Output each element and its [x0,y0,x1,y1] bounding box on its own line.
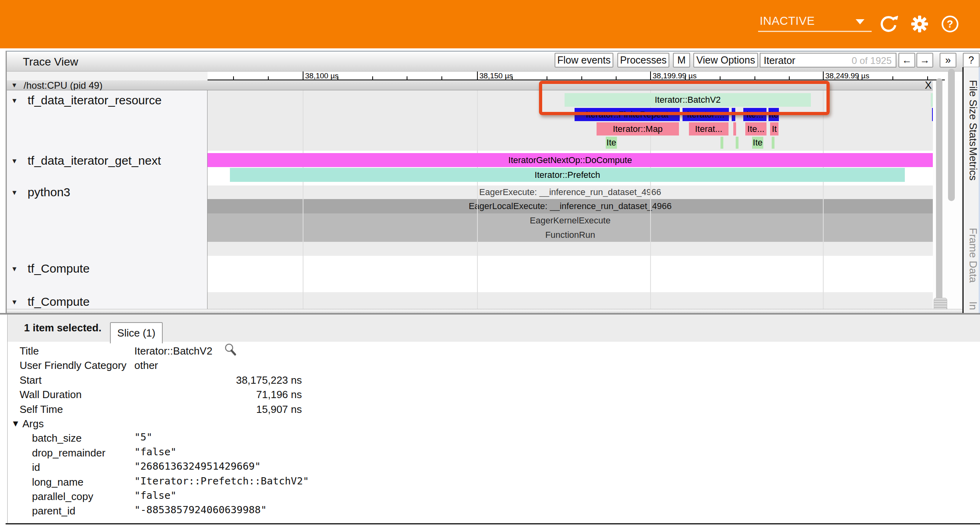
detail-row-wall-duration: Wall Duration71,196 ns [8,387,407,402]
collapse-triangle-icon: ▾ [12,80,16,90]
close-process-button[interactable]: X [925,79,932,92]
selection-status: 1 item selected. [24,322,102,334]
arg-value: "false" [134,446,176,458]
annotation-highlight-box [539,81,830,115]
ruler-minor-tick [547,76,547,80]
trace-slice[interactable] [736,137,738,149]
toolbar-button-view-options[interactable]: View Options [693,53,758,68]
arg-value: "false" [134,490,176,501]
help-icon[interactable]: ? [940,14,960,34]
toolbar-button-flow-events[interactable]: Flow events [555,53,613,68]
track-label-tf-data-iterator-resource[interactable]: ▾tf_data_iterator_resource [7,94,207,109]
track-label-tf-compute[interactable]: ▾tf_Compute [7,262,207,277]
timeline-pane: EagerExecute: __inference_run_dataset_49… [208,90,933,309]
track-label-text: tf_Compute [28,262,90,275]
detail-label: User Friendly Category [20,359,126,372]
ruler-major-tick [303,72,303,80]
ruler-minor-tick [616,76,617,80]
trace-slice[interactable] [733,122,736,135]
slice-band-eagerlocalexecute[interactable]: EagerLocalExecute: __inference_run_datas… [208,199,933,213]
args-toggle[interactable]: ▼ Args [8,416,168,431]
ruler-tick-label: 38,249.99 µs [825,72,869,80]
run-selector-value: INACTIVE [760,14,815,28]
refresh-icon[interactable] [879,14,898,34]
ruler-minor-tick [372,76,373,80]
trace-slice-iteratorgetnextop-docompute[interactable]: IteratorGetNextOp::DoCompute [208,153,933,167]
trace-slice-iterator-map[interactable]: Iterator::Map [597,122,679,135]
track-label-text: tf_data_iterator_resource [28,94,162,107]
panel-title: Trace View [23,56,78,68]
horizontal-scroll-strip[interactable] [7,309,962,313]
detail-value: 15,907 ns [134,403,302,416]
search-result-count: 0 of 1925 [852,55,892,66]
expand-button[interactable]: » [940,53,956,68]
tab-slice[interactable]: Slice (1) [110,322,163,343]
trace-slice-ite[interactable]: Ite [752,137,763,149]
shortcuts-help-button[interactable]: ? [963,53,980,68]
ruler-minor-tick [407,76,407,80]
track-label-text: tf_Compute [28,295,90,309]
detail-row-self-time: Self Time15,907 ns [8,402,407,416]
arg-key: parent_id [32,505,75,517]
arg-row-id: id"2686136324951429669" [8,460,407,474]
trace-slice[interactable] [721,137,723,149]
topbar: INACTIVE [0,0,980,48]
search-input-value: Iterator [764,55,795,66]
slice-band-eagerexecute[interactable]: EagerExecute: __inference_run_dataset_49… [208,185,933,199]
track-label-tf-compute[interactable]: ▾tf_Compute [7,295,207,310]
collapse-triangle-icon: ▾ [12,96,16,105]
trace-slice-it[interactable]: It [770,122,778,135]
track-label-tf-data-iterator-get-next[interactable]: ▾tf_data_iterator_get_next [7,154,207,169]
ruler-major-tick [650,72,651,80]
arg-row-drop-remainder: drop_remainder"false" [8,445,407,460]
track-label-text: tf_data_iterator_get_next [28,154,161,167]
ruler-minor-tick [720,76,721,80]
arg-row-long-name: long_name"Iterator::Prefetch::BatchV2" [8,474,407,489]
prev-result-button[interactable]: ← [898,53,915,68]
detail-row-start: Start38,175,223 ns [8,373,407,387]
side-tab-in[interactable]: In [967,301,979,310]
arg-value: "5" [134,431,152,443]
settings-gear-icon[interactable] [910,14,929,34]
detail-label: Self Time [20,403,63,416]
side-tab-frame-data[interactable]: Frame Data [967,228,979,283]
side-tab-metrics[interactable]: Metrics [967,147,979,181]
ruler-minor-tick [892,76,893,80]
trace-slice-ite[interactable]: Ite... [745,122,766,135]
ruler-minor-tick [789,76,790,80]
ruler-tick-label: 38,150 µs [479,72,513,80]
detail-value: 71,196 ns [134,389,302,401]
toolbar-button-m[interactable]: M [673,53,690,68]
track-label-python3[interactable]: ▾python3 [7,185,207,201]
magnifier-icon[interactable] [224,343,237,356]
arg-value: "-8853857924060639988" [134,504,267,516]
outer-vertical-scrollbar[interactable] [948,69,955,201]
inner-vertical-scrollbar[interactable] [936,78,942,308]
scrollbar-gutter [933,80,962,309]
timeline-gridline [477,90,478,309]
detail-row-user-friendly-category: User Friendly Categoryother [8,358,407,373]
args-label: Args [22,418,44,430]
details-panel: 1 item selected. Slice (1) TitleIterator… [0,313,980,524]
arg-row-batch-size: batch_size"5" [8,430,407,445]
trace-slice-iterat[interactable]: Iterat... [689,122,729,135]
tensorboard-profiler-window: INACTIVE [0,0,980,528]
trace-slice-ite[interactable]: Ite [606,137,617,149]
search-box[interactable]: Iterator 0 of 1925 [760,53,896,68]
args-collapse-icon: ▼ [11,418,20,429]
trace-slice[interactable] [772,137,774,149]
next-result-button[interactable]: → [916,53,933,68]
track-label-text: python3 [28,185,70,199]
ruler-minor-tick [268,76,269,80]
timeline-gridline [823,90,824,309]
timeline-ruler[interactable]: 38,100 µs38,150 µs38,199.99 µs38,249.99 … [208,72,945,80]
slice-band-eagerkernelexecute[interactable]: EagerKernelExecute [208,213,933,228]
ruler-tick-label: 38,100 µs [305,72,339,80]
side-tab-file-size-stats[interactable]: File Size Stats [967,80,979,146]
run-selector-dropdown[interactable]: INACTIVE [758,11,872,32]
ruler-minor-tick [441,76,442,80]
collapse-triangle-icon: ▾ [12,297,16,307]
toolbar-button-processes[interactable]: Processes [617,53,669,68]
trace-slice-iterator-prefetch[interactable]: Iterator::Prefetch [230,168,905,182]
slice-band-functionrun[interactable]: FunctionRun [208,228,933,242]
